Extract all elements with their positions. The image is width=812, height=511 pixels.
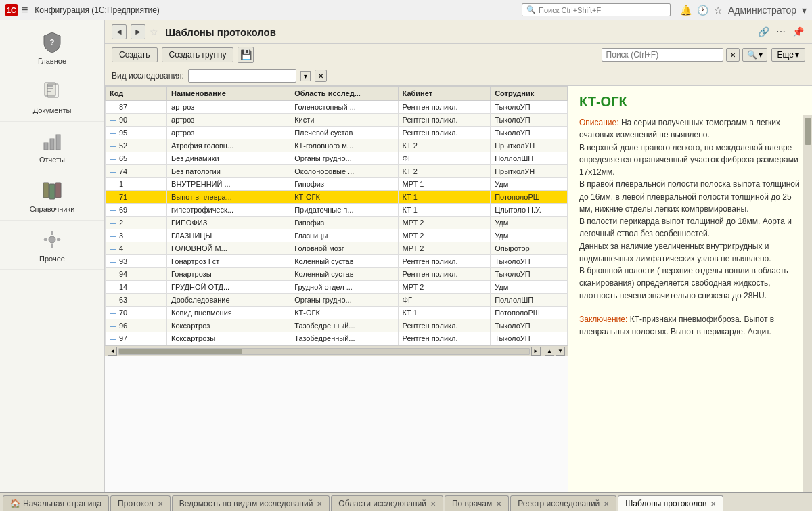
- global-search-input[interactable]: [539, 6, 666, 14]
- cell-area: Органы грудно...: [290, 294, 398, 307]
- row-icon: —: [110, 168, 116, 175]
- cell-code: —70: [106, 307, 167, 319]
- table-row[interactable]: —63ДообследованиеОрганы грудно...ФГПолло…: [106, 294, 568, 307]
- scroll-down-btn[interactable]: ▼: [556, 347, 565, 356]
- cell-code: —94: [106, 268, 167, 281]
- right-scrollbar[interactable]: [803, 115, 812, 492]
- create-group-button[interactable]: Создать группу: [162, 47, 234, 62]
- cell-room: МРТ 1: [398, 178, 491, 191]
- col-code: Код: [106, 87, 167, 101]
- row-icon: —: [110, 129, 116, 137]
- scroll-right-btn[interactable]: ►: [531, 347, 541, 356]
- forward-button[interactable]: ►: [131, 24, 145, 39]
- search-clear-button[interactable]: ✕: [726, 48, 740, 62]
- favorite-star-icon[interactable]: ☆: [150, 26, 158, 37]
- table-row[interactable]: —4ГОЛОВНОЙ М...Головной мозгМРТ 2Опырото…: [106, 242, 568, 255]
- tab-oblasti[interactable]: Области исследований ✕: [331, 495, 443, 511]
- search-magnifier-icon: 🔍: [747, 50, 757, 60]
- row-icon: —: [110, 116, 116, 124]
- table-row[interactable]: —69гипертрофическ...Придаточные п...КТ 1…: [106, 204, 568, 217]
- svg-rect-16: [57, 238, 60, 241]
- cell-code: —69: [106, 204, 167, 217]
- more-button[interactable]: Еще ▾: [771, 48, 805, 62]
- conclusion-label: Заключение:: [579, 315, 630, 324]
- table-row[interactable]: —94ГонартрозыКоленный суставРентген поли…: [106, 268, 568, 281]
- sidebar-item-spravochniki[interactable]: Справочники: [0, 171, 104, 221]
- tab-shablony-close[interactable]: ✕: [710, 500, 716, 508]
- cell-room: КТ 1: [398, 204, 491, 217]
- cell-room: МРТ 2: [398, 281, 491, 294]
- create-button[interactable]: Создать: [112, 47, 158, 62]
- table-row[interactable]: —95артрозПлечевой суставРентген поликл.Т…: [106, 127, 568, 139]
- global-search[interactable]: 🔍: [522, 3, 671, 16]
- cell-employee: ПрытколУН: [491, 139, 568, 152]
- table-row[interactable]: —93Гонартроз I стКоленный суставРентген …: [106, 255, 568, 268]
- star-icon[interactable]: ☆: [714, 5, 723, 16]
- filter-clear-button[interactable]: ✕: [315, 70, 327, 82]
- sidebar-item-prochee[interactable]: Прочее: [0, 221, 104, 270]
- sidebar-item-otchety[interactable]: Отчеты: [0, 122, 104, 171]
- save-button[interactable]: 💾: [238, 47, 254, 63]
- description-text: На серии полученных томограмм в легких о…: [579, 118, 800, 301]
- link-button[interactable]: 🔗: [757, 25, 771, 39]
- table-row[interactable]: —96КоксартрозТазобедренный...Рентген пол…: [106, 319, 568, 332]
- hamburger-icon[interactable]: ≡: [22, 4, 28, 16]
- cell-room: КТ 1: [398, 307, 491, 319]
- tab-reestr-close[interactable]: ✕: [604, 500, 609, 508]
- filter-dropdown-icon[interactable]: ▾: [300, 71, 311, 81]
- bell-icon[interactable]: 🔔: [680, 5, 692, 16]
- table-row[interactable]: —71Выпот в плевра...КТ-ОГККТ 1ПотополоРШ: [106, 191, 568, 204]
- filter-input[interactable]: [188, 69, 296, 83]
- cell-name: ГЛАЗНИЦЫ: [167, 229, 290, 242]
- tab-reestr[interactable]: Реестр исследований ✕: [510, 495, 616, 511]
- scroll-left-btn[interactable]: ◄: [108, 347, 117, 356]
- cell-code: —1: [106, 178, 167, 191]
- table-row[interactable]: —52Атрофия головн...КТ-головного м...КТ …: [106, 139, 568, 152]
- tab-oblasti-close[interactable]: ✕: [430, 500, 436, 508]
- save-icon: 💾: [240, 49, 252, 60]
- table-row[interactable]: —1ВНУТРЕННИЙ ...ГипофизМРТ 1Удм: [106, 178, 568, 191]
- tab-vedomost-close[interactable]: ✕: [317, 500, 322, 508]
- pin-button[interactable]: 📌: [791, 25, 805, 39]
- cell-room: Рентген поликл.: [398, 101, 491, 114]
- tab-protokol[interactable]: Протокол ✕: [110, 495, 171, 511]
- header-actions: 🔗 ⋯ 📌: [757, 25, 805, 39]
- table-row[interactable]: —70Ковид пневмонияКТ-ОГККТ 1ПотополоРШ: [106, 307, 568, 319]
- scroll-up-btn[interactable]: ▲: [545, 347, 554, 356]
- cell-room: Рентген поликл.: [398, 127, 491, 139]
- table-row[interactable]: —97КоксартрозыТазобедренный...Рентген по…: [106, 332, 568, 345]
- tab-vedomost[interactable]: Ведомость по видам исследований ✕: [172, 495, 330, 511]
- scroll-track[interactable]: [118, 348, 530, 355]
- sidebar-item-glavnoe[interactable]: ? Главное: [0, 23, 104, 72]
- cell-room: МРТ 2: [398, 242, 491, 255]
- tab-protokol-close[interactable]: ✕: [158, 500, 163, 508]
- table-row[interactable]: —65Без динамикиОрганы грудно...ФГПоллолШ…: [106, 152, 568, 165]
- table-row[interactable]: —74Без патологииОколоносовые ...КТ 2Прыт…: [106, 165, 568, 178]
- tab-povracham-close[interactable]: ✕: [496, 500, 501, 508]
- tab-povracham[interactable]: По врачам ✕: [445, 495, 509, 511]
- search-input[interactable]: [602, 48, 723, 62]
- more-options-button[interactable]: ⋯: [775, 25, 787, 39]
- back-button[interactable]: ◄: [112, 24, 127, 39]
- cell-name: гипертрофическ...: [167, 204, 290, 217]
- tab-shablony[interactable]: Шаблоны протоколов ✕: [618, 495, 723, 511]
- sidebar-item-dokumenty[interactable]: Документы: [0, 72, 104, 122]
- tab-oblasti-label: Области исследований: [338, 499, 426, 508]
- table-row[interactable]: —14ГРУДНОЙ ОТД...Грудной отдел ...МРТ 2У…: [106, 281, 568, 294]
- tab-home[interactable]: 🏠 Начальная страница: [3, 495, 109, 511]
- table-row[interactable]: —2ГИПОФИЗГипофизМРТ 2Удм: [106, 217, 568, 229]
- cell-name: ГОЛОВНОЙ М...: [167, 242, 290, 255]
- table-row[interactable]: —87артрозГоленостопный ...Рентген поликл…: [106, 101, 568, 114]
- data-table: Код Наименование Область исслед... Кабин…: [105, 86, 568, 345]
- cell-name: ГИПОФИЗ: [167, 217, 290, 229]
- search-go-button[interactable]: 🔍 ▾: [742, 48, 767, 62]
- cell-name: Без патологии: [167, 165, 290, 178]
- table-row[interactable]: —90артрозКистиРентген поликл.ТыколоУП: [106, 114, 568, 127]
- content-header: ◄ ► ☆ Шаблоны протоколов 🔗 ⋯ 📌: [105, 20, 812, 44]
- table-row[interactable]: —3ГЛАЗНИЦЫГлазницыМРТ 2Удм: [106, 229, 568, 242]
- top-bar: 1С ≡ Конфигурация (1С:Предприятие) 🔍 🔔 🕐…: [0, 0, 812, 20]
- cell-area: Коленный сустав: [290, 268, 398, 281]
- user-chevron-icon[interactable]: ▾: [802, 5, 807, 16]
- toolbar-search: ✕ 🔍 ▾: [602, 48, 767, 62]
- clock-icon[interactable]: 🕐: [697, 5, 708, 16]
